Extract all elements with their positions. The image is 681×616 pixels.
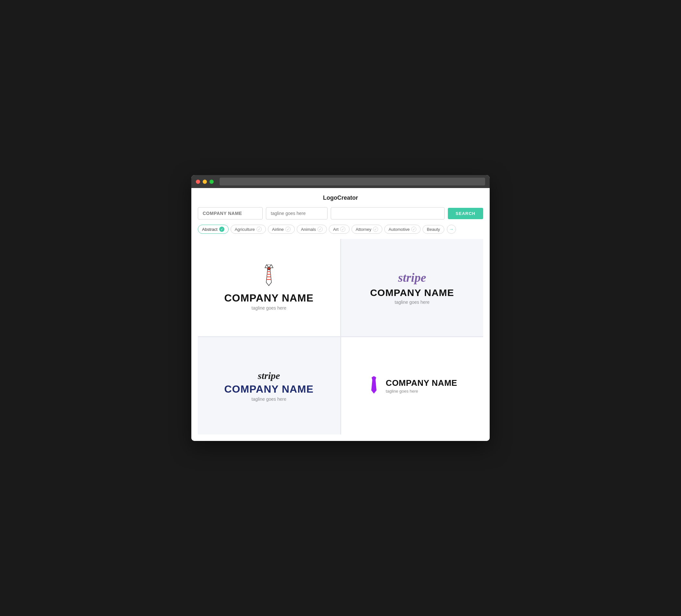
app-body: LogoCreator SEARCH Abstract ✓ Agricultur… [191,188,490,441]
filter-chip-attorney[interactable]: Attorney ✓ [352,225,382,234]
search-bar: SEARCH [198,207,483,220]
logo-grid: COMPANY NAME tagline goes here stripe CO… [198,239,483,434]
filter-chip-automotive[interactable]: Automotive ✓ [384,225,421,234]
filter-chip-art[interactable]: Art ✓ [329,225,350,234]
filter-label-beauty: Beauty [427,227,440,232]
logo3-company: COMPANY NAME [224,383,313,395]
filter-chip-beauty[interactable]: Beauty [423,225,444,234]
filter-label-animals: Animals [301,227,316,232]
app-title: LogoCreator [198,195,483,201]
filter-chip-airline[interactable]: Airline ✓ [268,225,295,234]
check-icon-animals: ✓ [318,227,323,232]
maximize-button[interactable] [209,180,214,184]
logo2-stripe: stripe [398,271,426,285]
tie-purple-icon [367,376,381,395]
filter-label-automotive: Automotive [388,227,409,232]
logo2-company: COMPANY NAME [370,287,454,298]
filter-label-airline: Airline [272,227,284,232]
logo4-inner: COMPANY NAME tagline goes here [367,376,457,395]
logo4-text-group: COMPANY NAME tagline goes here [386,378,457,393]
filter-label-agriculture: Agriculture [235,227,255,232]
logo3-stripe: stripe [258,370,280,381]
filter-bar: Abstract ✓ Agriculture ✓ Airline ✓ Anima… [198,225,483,234]
filter-label-attorney: Attorney [356,227,371,232]
svg-marker-9 [372,376,376,380]
logo-card-2[interactable]: stripe COMPANY NAME tagline goes here [341,239,483,336]
logo3-tagline: tagline goes here [252,396,286,402]
logo-card-3[interactable]: stripe COMPANY NAME tagline goes here [198,337,340,434]
logo4-tagline: tagline goes here [386,389,457,393]
check-icon-airline: ✓ [285,227,291,232]
svg-marker-3 [267,267,271,270]
check-icon-abstract: ✓ [219,227,224,232]
check-icon-art: ✓ [340,227,345,232]
logo-card-4[interactable]: COMPANY NAME tagline goes here [341,337,483,434]
filter-chip-abstract[interactable]: Abstract ✓ [198,225,229,234]
company-name-input[interactable] [198,207,263,220]
filter-chip-animals[interactable]: Animals ✓ [297,225,327,234]
filter-next-button[interactable]: → [447,225,456,234]
url-bar[interactable] [220,178,485,185]
extra-input[interactable] [331,207,445,220]
logo4-company: COMPANY NAME [386,378,457,388]
titlebar [191,175,490,188]
check-icon-automotive: ✓ [411,227,417,232]
tie-illustrated-icon [260,264,278,289]
svg-marker-10 [371,380,377,393]
tagline-input[interactable] [266,207,328,220]
svg-marker-4 [266,270,272,286]
minimize-button[interactable] [203,180,207,184]
logo-card-1[interactable]: COMPANY NAME tagline goes here [198,239,340,336]
browser-window: LogoCreator SEARCH Abstract ✓ Agricultur… [191,175,490,441]
check-icon-agriculture: ✓ [256,227,262,232]
search-button[interactable]: SEARCH [448,208,483,219]
logo1-tagline: tagline goes here [252,305,286,311]
filter-label-art: Art [333,227,338,232]
filter-label-abstract: Abstract [202,227,218,232]
logo1-company: COMPANY NAME [224,292,313,304]
filter-chip-agriculture[interactable]: Agriculture ✓ [231,225,266,234]
close-button[interactable] [196,180,200,184]
check-icon-attorney: ✓ [373,227,378,232]
logo2-tagline: tagline goes here [395,300,429,305]
